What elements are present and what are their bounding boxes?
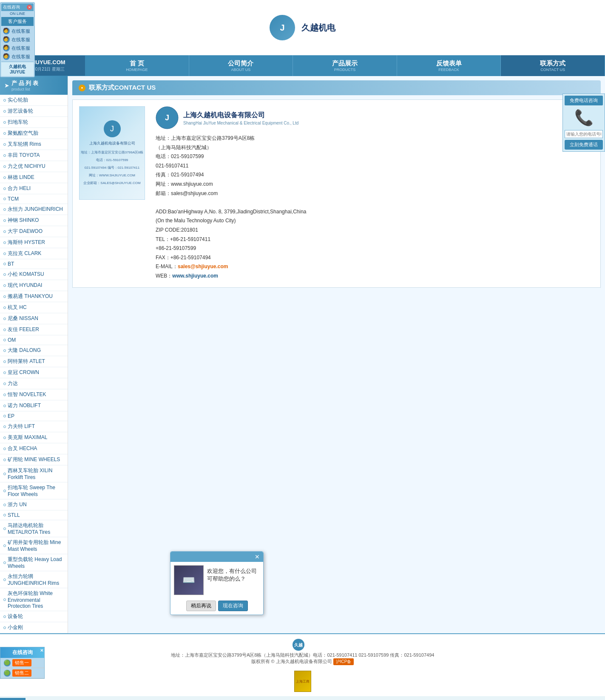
footer-address: 地址：上海市嘉定区宝安公路3799号A区8栋（上海马陆科技汽配城）电话：021-… (4, 652, 601, 658)
sidebar-dot-20 (3, 317, 6, 320)
nav-feedback[interactable]: 反馈表单 FEEDBACK (397, 55, 501, 76)
sidebar-item-33[interactable]: 矿用轮 MINE WHEELS (0, 454, 68, 465)
nav-home[interactable]: 首 页 HOMEPAGE (85, 55, 189, 76)
sidebar-item-38[interactable]: 马踏达电机轮胎 METALROTA Tires (0, 520, 68, 537)
sidebar-item-19[interactable]: 杭叉 HC (0, 302, 68, 313)
call-btn[interactable]: 立刻免费通话 (565, 140, 603, 150)
nav-home-en: HOMEPAGE (87, 68, 187, 72)
contact-image-placeholder: J 上海久越机电设备有限公司 地址：上海市嘉定区宝安公路3799A区8栋 电话：… (79, 106, 145, 200)
phone-icon: 📞 (565, 109, 603, 127)
float-service-item-2[interactable]: 🧑 在线客服 (1, 35, 34, 44)
sidebar-dot-21 (3, 329, 6, 331)
sidebar-item-0[interactable]: 实心轮胎 (0, 95, 68, 106)
contact-address-ch: 地址：上海市嘉定区宝安公路3799号A区8栋 (156, 134, 594, 143)
sidebar-item-39[interactable]: 矿用井架专用轮胎 Mine Mast Wheels (0, 537, 68, 554)
sidebar-item-17[interactable]: 现代 HYUNDAI (0, 280, 68, 291)
sidebar-item-13[interactable]: 海斯特 HYSTER (0, 237, 68, 248)
nav-about-label: 公司简介 (191, 60, 291, 68)
sidebar-item-5[interactable]: 丰田 TOYOTA (0, 150, 68, 161)
sidebar-item-37[interactable]: STLL (0, 510, 68, 520)
sidebar-item-25[interactable]: 皇冠 CROWN (0, 367, 68, 378)
sidebar-item-34[interactable]: 西林叉车轮胎 XILIN Forklift Tires (0, 465, 68, 482)
sidebar-item-12[interactable]: 大宇 DAEWOO (0, 226, 68, 237)
sidebar-label-13: 海斯特 HYSTER (8, 239, 45, 246)
sidebar-item-27[interactable]: 恒智 NOVELTEK (0, 389, 68, 400)
sidebar-item-22[interactable]: OM (0, 335, 68, 345)
sidebar-item-41[interactable]: 永恒力轮辋 JUNGHEINRICH Rims (0, 571, 68, 588)
float-service-title: 客户服务 (1, 17, 34, 26)
sidebar-item-29[interactable]: EP (0, 411, 68, 421)
sidebar-item-16[interactable]: 小松 KOMATSU (0, 269, 68, 280)
consult-btn-2[interactable]: 🟢 销售二 (0, 668, 44, 678)
nav-about-en: ABOUT US (191, 68, 291, 72)
sidebar-item-43[interactable]: 设备轮 (0, 611, 68, 622)
float-service-item-1[interactable]: 🧑 在线客服 (1, 27, 34, 35)
float-close-btn[interactable]: ✕ (27, 5, 32, 10)
popup-later-btn[interactable]: 稍后再说 (186, 601, 216, 611)
sidebar-item-32[interactable]: 合叉 HECHA (0, 443, 68, 454)
nav-feedback-en: FEEDBACK (399, 68, 499, 72)
sidebar-item-21[interactable]: 友佳 FEELER (0, 324, 68, 335)
sidebar-dot-22 (3, 339, 6, 341)
sidebar-item-44[interactable]: 小金刚 (0, 622, 68, 633)
sidebar-label-0: 实心轮胎 (8, 96, 28, 104)
float-service-item-3[interactable]: 🧑 在线客服 (1, 44, 34, 52)
sidebar-item-11[interactable]: 神钢 SHINKO (0, 215, 68, 226)
consult-btn-1[interactable]: 🟢 销售一 (0, 658, 44, 668)
image-company-text: 上海久越机电设备有限公司 (88, 139, 136, 147)
contact-tel2-en: +86-21-59107599 (156, 244, 594, 253)
service-icon-4: 🧑 (3, 53, 10, 60)
service-label-1: 在线客服 (11, 28, 30, 34)
sidebar-item-10[interactable]: 永恒力 JUNGHEINRICH (0, 204, 68, 215)
sidebar-item-40[interactable]: 重型负载轮 Heavy Load Wheels (0, 554, 68, 571)
consult-close-btn[interactable]: ✕ (40, 648, 43, 653)
popup-close-btn[interactable]: ✕ (255, 553, 260, 560)
sidebar-dot-15 (3, 263, 6, 265)
sidebar-item-7[interactable]: 林德 LINDE (0, 172, 68, 183)
image-fax-text: 021-59107494 编号：021-59107411 (84, 165, 140, 170)
sidebar-item-36[interactable]: 浙力 UN (0, 499, 68, 510)
nav-contact[interactable]: 联系方式 CONTACT US (501, 55, 605, 76)
contact-header-dot: ● (79, 85, 85, 91)
consult-label-2: 销售二 (12, 669, 31, 677)
sidebar-item-3[interactable]: 聚氨酯空气胎 (0, 128, 68, 139)
sidebar-item-42[interactable]: 灰色环保轮胎 White Environmental Protection Ti… (0, 588, 68, 611)
float-service-item-4[interactable]: 🧑 在线客服 (1, 52, 34, 61)
sidebar-dot-4 (3, 143, 6, 146)
sidebar-item-4[interactable]: 叉车轮辋 Rims (0, 139, 68, 150)
sidebar-item-2[interactable]: 扫地车轮 (0, 117, 68, 128)
sidebar-item-31[interactable]: 美克斯 MAXIMAL (0, 432, 68, 443)
nav-about[interactable]: 公司简介 ABOUT US (189, 55, 293, 76)
sidebar-label-21: 友佳 FEELER (8, 326, 39, 333)
contact-fax-en: FAX：+86-21-59107494 (156, 253, 594, 263)
sidebar-item-24[interactable]: 阿特莱特 ATLET (0, 356, 68, 367)
sidebar-item-20[interactable]: 尼桑 NISSAN (0, 313, 68, 324)
sidebar-item-30[interactable]: 力夫特 LIFT (0, 421, 68, 432)
sidebar-item-15[interactable]: BT (0, 259, 68, 269)
sidebar-item-1[interactable]: 游艺设备轮 (0, 106, 68, 117)
sidebar-label-18: 搬易通 THANKYOU (8, 293, 53, 300)
sidebar-label-17: 现代 HYUNDAI (8, 282, 42, 289)
contact-image-section: J 上海久越机电设备有限公司 地址：上海市嘉定区宝安公路3799A区8栋 电话：… (79, 106, 147, 281)
sidebar-item-9[interactable]: TCM (0, 194, 68, 204)
sidebar-dot-42 (3, 598, 6, 601)
float-logo: 久越机电 JIUYUE (1, 62, 34, 76)
popup-now-btn[interactable]: 现在咨询 (218, 601, 248, 611)
contact-section-title: 联系方式CONTACT US (89, 84, 156, 92)
sidebar-item-6[interactable]: 力之优 NICHIYU (0, 161, 68, 172)
footer-badge-area: 上海工商 (4, 669, 601, 692)
sidebar-item-35[interactable]: 扫地车轮 Sweep The Floor Wheels (0, 482, 68, 499)
sidebar-item-28[interactable]: 诺力 NOBLIFT (0, 400, 68, 411)
sidebar-item-14[interactable]: 克拉克 CLARK (0, 248, 68, 259)
phone-input[interactable] (565, 130, 603, 138)
service-icon-3: 🧑 (3, 45, 10, 51)
nav-products[interactable]: 产品展示 PRODUCTS (293, 55, 397, 76)
sidebar-dot-35 (3, 490, 6, 492)
popup-overlay: ✕ ⌨️ 欢迎您，有什么公司可帮助您的么？ 稍后再说 现在咨询 (170, 551, 264, 615)
nav-feedback-label: 反馈表单 (399, 60, 499, 68)
sidebar-item-26[interactable]: 力达 (0, 378, 68, 389)
sidebar-dot-5 (3, 154, 6, 157)
sidebar-item-18[interactable]: 搬易通 THANKYOU (0, 291, 68, 302)
sidebar-item-23[interactable]: 大隆 DALONG (0, 345, 68, 356)
sidebar-item-8[interactable]: 合力 HELI (0, 183, 68, 194)
